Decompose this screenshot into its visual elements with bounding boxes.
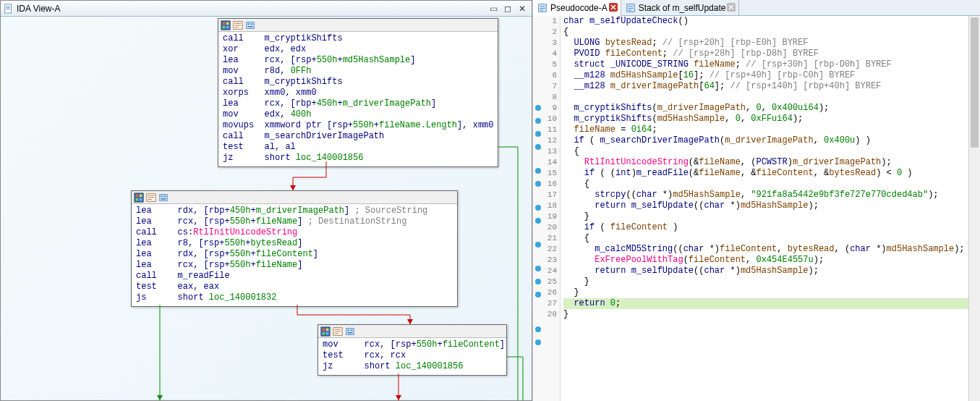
code-line[interactable]: struct _UNICODE_STRING fileName; // [rsp… (563, 59, 980, 70)
code-line[interactable]: PVOID fileContent; // [rsp+28h] [rbp-D8h… (563, 48, 980, 59)
scrollbar-vertical[interactable] (968, 16, 980, 401)
code-line[interactable]: if ( m_searchDriverImagePath(m_driverIma… (563, 135, 980, 146)
svg-rect-68 (628, 9, 631, 10)
code-line[interactable]: { (563, 27, 980, 38)
svg-rect-67 (628, 8, 633, 9)
code-line[interactable]: char m_selfUpdateCheck() (563, 16, 980, 27)
code-line[interactable]: } (563, 287, 980, 298)
code-line[interactable]: return m_selfUpdate((char *)md5HashSampl… (563, 200, 980, 211)
code-line[interactable]: } (563, 309, 980, 320)
code-line[interactable] (563, 92, 980, 103)
tab-label: Pseudocode-A (550, 3, 608, 13)
scrollbar-thumb[interactable] (971, 17, 979, 148)
close-icon[interactable] (608, 2, 618, 12)
svg-rect-62 (540, 8, 545, 9)
restore-button[interactable]: ▭ (487, 3, 500, 14)
code-line[interactable]: if ( (int)m_readFile(&fileName, &fileCon… (563, 168, 980, 179)
svg-rect-63 (540, 9, 543, 10)
breakpoint-dot[interactable] (535, 242, 541, 248)
breakpoint-dot[interactable] (535, 131, 541, 137)
breakpoint-dot[interactable] (535, 105, 541, 111)
svg-rect-2 (7, 7, 10, 8)
ida-view-title: IDA View-A (17, 4, 60, 14)
tab-icon (537, 3, 547, 13)
code-lines[interactable]: char m_selfUpdateCheck(){ ULONG bytesRea… (561, 16, 980, 401)
svg-rect-1 (7, 6, 10, 7)
code-line[interactable]: m_cryptikShifts(md5HashSample, 0, 0xFFui… (563, 114, 980, 124)
file-icon (4, 4, 14, 14)
code-line[interactable]: __m128 md5HashSample[16]; // [rsp+40h] [… (563, 70, 980, 81)
code-line[interactable]: __m128 m_driverImagePath[64]; // [rsp+14… (563, 81, 980, 92)
breakpoint-dot[interactable] (535, 144, 541, 150)
svg-rect-61 (540, 6, 545, 7)
close-icon[interactable] (726, 2, 736, 12)
tab-label: Stack of m_selfUpdate (639, 3, 726, 13)
tab[interactable]: Stack of m_selfUpdate (621, 0, 740, 15)
graph-canvas[interactable]: call m_cryptikShiftsxor edx, edxlea rcx,… (1, 17, 532, 400)
code-line[interactable]: ExFreePoolWithTag(fileContent, 0x454E455… (563, 255, 980, 266)
svg-rect-66 (628, 6, 633, 7)
tab-icon (626, 3, 636, 13)
code-line[interactable]: ULONG bytesRead; // [rsp+20h] [rbp-E0h] … (563, 38, 980, 48)
tabs-row: Pseudocode-AStack of m_selfUpdate (533, 0, 980, 16)
graph-edge (1, 17, 532, 400)
code-line[interactable]: } (563, 277, 980, 287)
code-line[interactable]: if ( fileContent ) (563, 222, 980, 233)
decompiler-pane: Pseudocode-AStack of m_selfUpdate 123456… (532, 0, 980, 401)
breakpoint-dot[interactable] (535, 205, 541, 211)
code-line[interactable]: fileName = 0i64; (563, 124, 980, 135)
code-line[interactable]: return 0; (563, 298, 980, 309)
breakpoint-dot[interactable] (535, 266, 541, 271)
maximize-button[interactable]: ◻ (501, 3, 514, 14)
code-line[interactable]: { (563, 233, 980, 244)
line-gutter: 1234567891011121314151617181920212223242… (533, 16, 561, 401)
tab[interactable]: Pseudocode-A (533, 0, 621, 16)
code-line[interactable]: } (563, 211, 980, 222)
breakpoint-dot[interactable] (535, 168, 541, 174)
breakpoint-dot[interactable] (535, 339, 541, 345)
code-line[interactable]: { (563, 179, 980, 190)
code-line[interactable]: return m_selfUpdate((char *)md5HashSampl… (563, 266, 980, 277)
breakpoint-dot[interactable] (535, 118, 541, 124)
close-button[interactable]: ✕ (516, 3, 529, 14)
code-area[interactable]: 1234567891011121314151617181920212223242… (533, 16, 980, 401)
breakpoint-dot[interactable] (535, 326, 541, 332)
ida-view-pane: IDA View-A ▭ ◻ ✕ call m_cryptikShiftsxor… (0, 0, 532, 401)
code-line[interactable]: RtlInitUnicodeString(&fileName, (PCWSTR)… (563, 157, 980, 168)
svg-rect-3 (7, 9, 10, 9)
breakpoint-dot[interactable] (535, 181, 541, 187)
code-line[interactable]: strcpy((char *)md5HashSample, "921fa8a54… (563, 190, 980, 200)
code-line[interactable]: m_calcMD5String((char *)fileContent, byt… (563, 244, 980, 255)
code-line[interactable]: m_cryptikShifts(m_driverImagePath, 0, 0x… (563, 103, 980, 114)
breakpoint-dot[interactable] (535, 292, 541, 297)
breakpoint-dot[interactable] (535, 218, 541, 224)
ida-view-titlebar[interactable]: IDA View-A ▭ ◻ ✕ (1, 1, 532, 17)
breakpoint-dot[interactable] (535, 279, 541, 284)
code-line[interactable]: { (563, 146, 980, 157)
